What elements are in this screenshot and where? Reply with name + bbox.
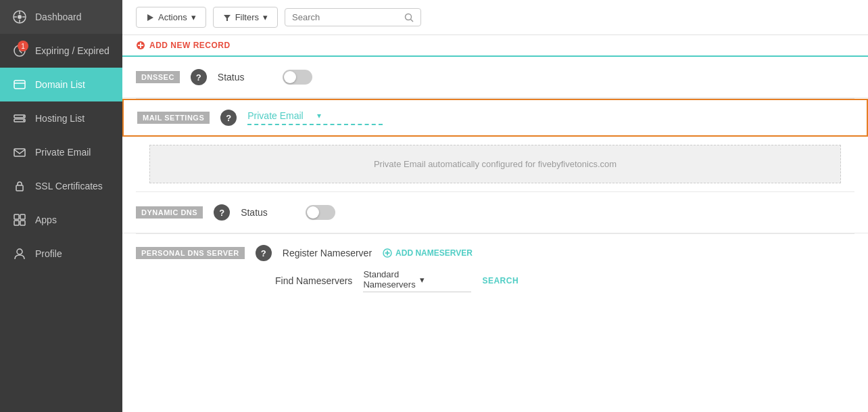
dns-row-register: PERSONAL DNS SERVER ? Register Nameserve… xyxy=(136,245,854,261)
svg-point-19 xyxy=(17,249,22,254)
sidebar-item-label: Hosting List xyxy=(35,113,85,124)
svg-rect-16 xyxy=(20,214,25,219)
svg-point-12 xyxy=(23,120,24,121)
svg-rect-15 xyxy=(14,214,19,219)
svg-rect-14 xyxy=(16,185,23,191)
dynamic-dns-help-icon[interactable]: ? xyxy=(214,204,230,221)
svg-point-1 xyxy=(18,15,22,19)
domain-icon xyxy=(12,77,27,92)
svg-rect-18 xyxy=(20,221,25,225)
mail-info-container: Private Email automatically configured f… xyxy=(122,137,868,191)
sidebar-item-private-email[interactable]: Private Email xyxy=(0,135,122,169)
dnssec-row: DNSSEC ? Status xyxy=(136,69,854,85)
dynamic-dns-tag: DYNAMIC DNS xyxy=(136,206,203,219)
svg-point-11 xyxy=(23,116,24,117)
svg-rect-17 xyxy=(14,221,19,225)
sidebar-item-label: Private Email xyxy=(35,147,91,158)
dynamic-dns-section: DYNAMIC DNS ? Status xyxy=(122,192,868,233)
apps-icon xyxy=(12,212,27,227)
filters-label: Filters xyxy=(235,12,259,22)
standard-nameservers-value: Standard Nameservers xyxy=(363,269,415,290)
sidebar-item-apps[interactable]: Apps xyxy=(0,203,122,237)
profile-icon xyxy=(12,246,27,261)
add-record-label: ADD NEW RECORD xyxy=(149,41,231,50)
sidebar: Dashboard 1 Expiring / Expired Domain Li… xyxy=(0,0,122,412)
personal-dns-tag: PERSONAL DNS SERVER xyxy=(136,247,245,259)
mail-settings-value: Private Email xyxy=(247,110,313,121)
sidebar-item-hosting-list[interactable]: Hosting List xyxy=(0,101,122,135)
sidebar-item-label: Profile xyxy=(35,248,62,259)
filter-icon xyxy=(223,14,231,22)
svg-marker-21 xyxy=(224,15,231,21)
sidebar-item-domain-list[interactable]: Domain List xyxy=(0,68,122,101)
mail-settings-row: MAIL SETTINGS ? Private Email ▾ xyxy=(137,110,853,126)
search-icon xyxy=(404,13,414,22)
sidebar-item-expiring[interactable]: 1 Expiring / Expired xyxy=(0,34,122,68)
mail-settings-help-icon[interactable]: ? xyxy=(220,110,237,126)
mail-settings-dropdown[interactable]: Private Email ▾ xyxy=(247,110,383,125)
dynamic-dns-toggle[interactable] xyxy=(306,205,335,220)
mail-settings-section: MAIL SETTINGS ? Private Email ▾ xyxy=(122,99,868,137)
svg-line-23 xyxy=(411,19,414,22)
play-icon xyxy=(146,14,154,22)
nameserver-select-chevron-icon: ▾ xyxy=(420,275,472,285)
sidebar-item-label: Apps xyxy=(35,214,57,225)
sidebar-item-label: SSL Certificates xyxy=(35,181,103,191)
dns-row-find: Find Nameservers Standard Nameservers ▾ … xyxy=(136,269,854,292)
hosting-icon xyxy=(12,111,27,126)
main-content: Actions ▾ Filters ▾ ADD NEW RECORD xyxy=(122,0,868,412)
sidebar-item-label: Dashboard xyxy=(35,12,82,22)
add-new-record-button[interactable]: ADD NEW RECORD xyxy=(136,41,231,50)
dashboard-icon xyxy=(12,9,27,24)
add-record-bar: ADD NEW RECORD xyxy=(122,35,868,57)
mail-info-box: Private Email automatically configured f… xyxy=(149,145,841,183)
add-nameserver-label: ADD NAMESERVER xyxy=(395,248,473,258)
find-nameservers-label: Find Nameservers xyxy=(275,275,352,286)
filters-chevron-icon: ▾ xyxy=(263,12,268,22)
dnssec-help-icon[interactable]: ? xyxy=(191,69,207,85)
sidebar-item-ssl-certificates[interactable]: SSL Certificates xyxy=(0,169,122,203)
search-nameservers-button[interactable]: SEARCH xyxy=(482,276,519,285)
add-nameserver-icon xyxy=(383,248,392,258)
nameserver-select[interactable]: Standard Nameservers ▾ xyxy=(363,269,471,292)
ssl-icon xyxy=(12,179,27,193)
actions-chevron-icon: ▾ xyxy=(191,12,196,22)
svg-rect-7 xyxy=(14,81,25,89)
dynamic-dns-row: DYNAMIC DNS ? Status xyxy=(136,204,854,221)
expiring-badge: 1 xyxy=(18,41,28,51)
personal-dns-section: PERSONAL DNS SERVER ? Register Nameserve… xyxy=(122,234,868,303)
email-icon xyxy=(12,145,27,160)
sidebar-item-label: Expiring / Expired xyxy=(35,45,110,56)
search-input[interactable] xyxy=(292,12,400,22)
actions-button[interactable]: Actions ▾ xyxy=(136,7,206,28)
filters-button[interactable]: Filters ▾ xyxy=(213,7,278,28)
dnssec-tag: DNSSEC xyxy=(136,71,180,83)
toolbar: Actions ▾ Filters ▾ xyxy=(122,0,868,35)
dnssec-toggle[interactable] xyxy=(283,70,312,85)
mail-dropdown-chevron-icon: ▾ xyxy=(317,111,383,120)
sidebar-item-profile[interactable]: Profile xyxy=(0,237,122,271)
sidebar-item-dashboard[interactable]: Dashboard xyxy=(0,0,122,34)
svg-marker-20 xyxy=(147,14,153,21)
actions-label: Actions xyxy=(158,12,187,22)
svg-rect-13 xyxy=(14,149,25,156)
svg-point-22 xyxy=(406,14,412,20)
register-nameserver-label: Register Nameserver xyxy=(283,248,372,258)
sidebar-item-label: Domain List xyxy=(35,79,85,90)
dynamic-dns-status-label: Status xyxy=(241,207,295,218)
personal-dns-help-icon[interactable]: ? xyxy=(256,245,272,261)
mail-info-text: Private Email automatically configured f… xyxy=(374,159,617,169)
mail-settings-tag: MAIL SETTINGS xyxy=(137,112,210,124)
dnssec-status-label: Status xyxy=(218,72,272,83)
dnssec-section: DNSSEC ? Status xyxy=(122,57,868,98)
add-nameserver-button[interactable]: ADD NAMESERVER xyxy=(383,248,473,258)
search-box[interactable] xyxy=(285,8,421,26)
add-icon xyxy=(136,41,145,50)
